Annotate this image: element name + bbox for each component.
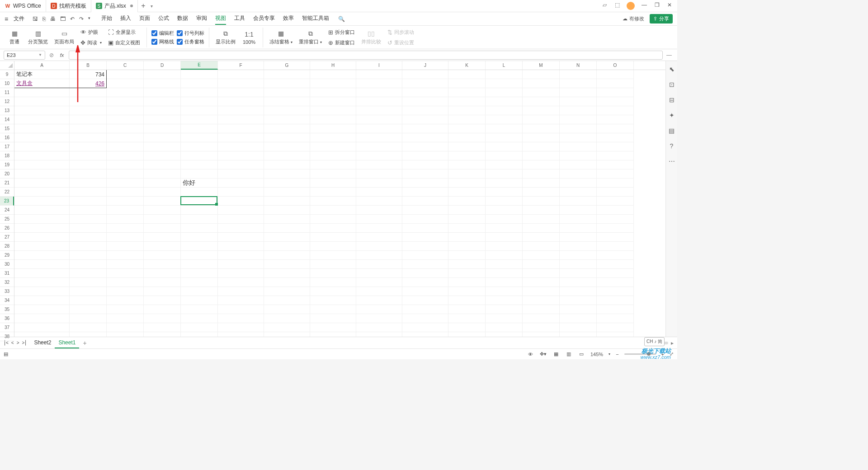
cell[interactable] (597, 142, 634, 151)
sheet-tab-Sheet1[interactable]: Sheet1 (55, 338, 79, 348)
cell[interactable] (560, 233, 597, 242)
cell[interactable] (264, 233, 310, 242)
cell[interactable] (264, 296, 310, 305)
zoom-value[interactable]: 145% (590, 352, 603, 357)
cell[interactable] (144, 197, 181, 206)
cell[interactable] (181, 215, 218, 224)
cell[interactable] (14, 269, 70, 278)
cell[interactable] (523, 314, 560, 323)
cell[interactable] (486, 224, 523, 233)
panel-b-icon[interactable]: ⊟ (669, 96, 675, 103)
cell[interactable] (310, 314, 356, 323)
cell[interactable] (144, 179, 181, 188)
cell[interactable] (448, 278, 486, 287)
cell[interactable] (144, 70, 181, 79)
cell[interactable] (402, 215, 448, 224)
cell[interactable] (107, 242, 144, 251)
cell[interactable] (107, 115, 144, 124)
cell[interactable] (486, 296, 523, 305)
cell[interactable] (218, 287, 264, 296)
cell[interactable] (181, 260, 218, 269)
col-header-O[interactable]: O (597, 61, 634, 70)
cell[interactable] (402, 197, 448, 206)
row-header[interactable]: 27 (0, 233, 14, 242)
new-tab-button[interactable]: + (138, 2, 149, 10)
cell[interactable] (356, 151, 402, 160)
cell[interactable] (181, 106, 218, 115)
col-header-G[interactable]: G (264, 61, 310, 70)
row-header[interactable]: 37 (0, 323, 14, 332)
cell[interactable] (560, 142, 597, 151)
cell[interactable] (597, 314, 634, 323)
select-all-corner[interactable] (0, 61, 14, 70)
cell[interactable] (264, 260, 310, 269)
fx-icon[interactable]: fx (58, 52, 66, 58)
cell[interactable] (107, 124, 144, 133)
cell[interactable] (597, 124, 634, 133)
cell[interactable] (523, 115, 560, 124)
share-button[interactable]: ⇪ 分享 (650, 14, 673, 24)
export-icon[interactable]: ⎘ (42, 16, 46, 22)
cell[interactable] (70, 215, 107, 224)
check-editbar[interactable]: 编辑栏 (151, 30, 174, 37)
cell[interactable] (70, 88, 107, 97)
cell[interactable] (310, 197, 356, 206)
cell[interactable] (523, 242, 560, 251)
cell[interactable] (523, 106, 560, 115)
close-icon[interactable]: ✕ (666, 2, 673, 8)
menu-tab-公式[interactable]: 公式 (158, 13, 169, 25)
cell[interactable] (486, 314, 523, 323)
cell[interactable] (181, 160, 218, 169)
search-icon[interactable]: 🔍 (338, 16, 345, 22)
cell[interactable] (597, 115, 634, 124)
cell[interactable] (402, 224, 448, 233)
row-header[interactable]: 17 (0, 142, 14, 151)
cell[interactable] (264, 188, 310, 197)
cell[interactable] (218, 188, 264, 197)
cell[interactable] (448, 79, 486, 88)
cell[interactable] (310, 242, 356, 251)
cell[interactable] (14, 206, 70, 215)
cell[interactable] (107, 88, 144, 97)
cell[interactable] (264, 97, 310, 106)
row-header[interactable]: 21 (0, 179, 14, 188)
cell[interactable] (486, 278, 523, 287)
cell[interactable]: 文具盒 (14, 79, 70, 88)
cell[interactable] (560, 224, 597, 233)
cell[interactable] (70, 287, 107, 296)
cell[interactable] (356, 97, 402, 106)
cell[interactable] (356, 314, 402, 323)
cell[interactable] (70, 251, 107, 260)
cell[interactable] (486, 323, 523, 332)
cell[interactable] (523, 151, 560, 160)
cell[interactable] (597, 179, 634, 188)
app-tab[interactable]: W WPS Office (0, 0, 46, 12)
cell[interactable] (448, 242, 486, 251)
view-normal-button[interactable]: ▦普通 (5, 28, 24, 46)
cell[interactable] (310, 305, 356, 314)
sheet-tab-Sheet2[interactable]: Sheet2 (30, 338, 55, 348)
row-header[interactable]: 32 (0, 278, 14, 287)
cell[interactable] (144, 242, 181, 251)
cell[interactable] (218, 251, 264, 260)
row-header[interactable]: 28 (0, 242, 14, 251)
cell[interactable] (523, 88, 560, 97)
cell[interactable] (560, 197, 597, 206)
cell[interactable] (448, 314, 486, 323)
cell[interactable] (181, 197, 218, 206)
cell[interactable] (14, 233, 70, 242)
cell[interactable] (264, 160, 310, 169)
cell[interactable] (144, 169, 181, 179)
print-icon[interactable]: 🖶 (50, 16, 56, 22)
row-header[interactable]: 18 (0, 151, 14, 160)
undo-icon[interactable]: ↶ (70, 16, 75, 22)
cell[interactable] (144, 233, 181, 242)
cell[interactable] (402, 88, 448, 97)
cell[interactable] (486, 106, 523, 115)
cell[interactable] (264, 115, 310, 124)
cell[interactable] (448, 296, 486, 305)
cell[interactable] (402, 242, 448, 251)
cell[interactable] (144, 97, 181, 106)
cell[interactable] (218, 88, 264, 97)
status-target-icon[interactable]: ✥▾ (540, 351, 547, 357)
